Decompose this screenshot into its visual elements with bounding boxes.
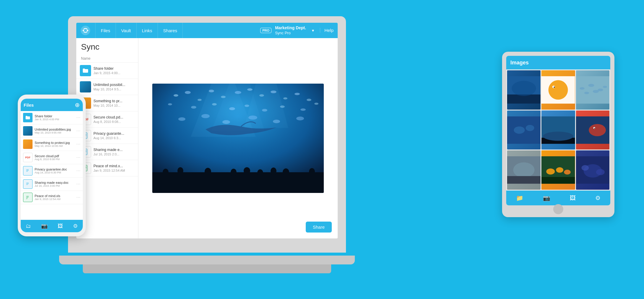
list-item[interactable]: PDF Secure cloud.pdf Aug 8, 2010 8:08 PM… xyxy=(21,151,83,164)
file-info: Peace of mind.xls Jan 9, 2015 12:54 AM xyxy=(35,194,74,201)
photos-icon[interactable]: 🖼 xyxy=(58,223,63,229)
image-thumb xyxy=(23,139,33,149)
svg-point-124 xyxy=(596,169,605,176)
svg-point-34 xyxy=(168,103,172,105)
svg-point-56 xyxy=(205,168,211,176)
pdf-thumb: PDF xyxy=(23,153,33,162)
tablet-home-button[interactable] xyxy=(553,204,563,214)
help-link[interactable]: Help xyxy=(320,28,334,33)
svg-point-35 xyxy=(191,106,196,109)
chevron-down-icon[interactable]: ▾ xyxy=(312,28,314,33)
grid-image-6[interactable] xyxy=(576,110,609,150)
grid-image-2[interactable] xyxy=(541,70,575,110)
file-name: Unlimited possibilities.jpg xyxy=(35,128,74,131)
camera-icon[interactable]: 📷 xyxy=(543,194,550,202)
list-item[interactable]: Sharing made easy.doc Jul 16, 2015 3:00 … xyxy=(21,178,83,191)
file-name: Share folder xyxy=(93,66,135,71)
grid-image-3[interactable] xyxy=(576,70,609,110)
settings-icon[interactable]: ⚙ xyxy=(595,194,601,202)
svg-point-44 xyxy=(201,114,210,118)
camera-icon[interactable]: 📷 xyxy=(41,223,48,229)
files-icon[interactable]: 🗂 xyxy=(26,223,31,229)
more-icon[interactable]: ⋯ xyxy=(76,155,80,160)
grid-image-1[interactable] xyxy=(507,70,541,110)
svg-point-105 xyxy=(526,125,534,131)
nav-files[interactable]: Files xyxy=(95,23,116,38)
svg-point-72 xyxy=(309,168,315,175)
svg-point-24 xyxy=(198,99,202,101)
file-info: Sharing made easy.doc Jul 16, 2015 3:00 … xyxy=(35,181,74,187)
file-name: Secure cloud.pd... xyxy=(93,115,135,119)
svg-point-104 xyxy=(514,126,525,134)
share-button[interactable]: Share xyxy=(306,222,332,233)
file-info: Something to pr... May 10, 2014 10... xyxy=(93,99,135,107)
file-info: Share folder Jan 9, 2015 4:00 PM xyxy=(35,114,74,121)
nav-shares[interactable]: Shares xyxy=(158,23,183,38)
phone-add-button[interactable]: ⊕ xyxy=(75,101,80,108)
file-date: Jan 9, 2015 4:00 PM xyxy=(35,118,74,121)
settings-icon[interactable]: ⚙ xyxy=(73,223,78,229)
table-row[interactable]: Unlimited possibil... May 10, 2014 9:5..… xyxy=(76,79,138,95)
svg-point-1 xyxy=(83,30,84,31)
svg-point-108 xyxy=(543,131,573,141)
nav-links: Files Vault Links Shares xyxy=(95,23,260,38)
file-info: Secure cloud.pd... Aug 8, 2010 8:08... xyxy=(93,115,135,124)
grid-image-7[interactable] xyxy=(507,150,541,190)
more-icon[interactable]: ⋯ xyxy=(76,142,80,147)
file-date: May 10, 2014 10:00 AM xyxy=(35,144,74,147)
svg-point-98 xyxy=(588,84,594,87)
file-info: Privacy guarante... Aug 14, 2010 6:3... xyxy=(93,131,135,140)
table-row[interactable]: Share folder Jan 9, 2015 4:00... xyxy=(76,63,138,79)
image-thumb xyxy=(80,81,91,92)
svg-point-36 xyxy=(212,103,217,105)
svg-point-66 xyxy=(271,168,276,175)
svg-point-112 xyxy=(594,128,595,129)
file-name: Peace of mind.xls xyxy=(35,194,74,198)
svg-rect-69 xyxy=(284,176,288,184)
svg-point-123 xyxy=(581,165,589,171)
more-icon[interactable]: ⋯ xyxy=(76,168,80,173)
more-icon[interactable]: ⋯ xyxy=(76,115,80,120)
nav-vault[interactable]: Vault xyxy=(116,23,137,38)
svg-point-38 xyxy=(245,105,249,107)
list-item[interactable]: Share folder Jan 9, 2015 4:00 PM ⋯ xyxy=(21,111,83,124)
file-date: Jul 16, 2015 2:0... xyxy=(93,152,135,156)
phone-screen: Files ⊕ Share folder Jan 9, 2015 4:00 PM… xyxy=(21,99,83,232)
aquarium-bg xyxy=(152,84,324,193)
doc-thumb xyxy=(23,166,33,176)
more-icon[interactable]: ⋯ xyxy=(76,129,80,133)
list-item[interactable]: Something to protect.jpg May 10, 2014 10… xyxy=(21,138,83,151)
nav-links-item[interactable]: Links xyxy=(137,23,158,38)
file-info: Privacy guarantee.doc Aug 14, 2010 6:30 … xyxy=(35,168,74,174)
folder-thumb xyxy=(23,113,33,122)
file-info: Secure cloud.pdf Aug 8, 2010 8:08 PM xyxy=(35,154,74,161)
svg-point-68 xyxy=(283,168,289,176)
grid-image-9[interactable] xyxy=(576,150,609,190)
grid-image-4[interactable] xyxy=(507,110,541,150)
svg-rect-57 xyxy=(206,176,210,184)
svg-point-100 xyxy=(603,86,607,88)
file-info: Unlimited possibilities.jpg May 10, 2014… xyxy=(35,128,74,134)
svg-rect-55 xyxy=(192,179,195,185)
folder-icon[interactable]: 📁 xyxy=(516,194,523,202)
col-header-name: Name xyxy=(76,55,138,63)
list-item[interactable]: Unlimited possibilities.jpg May 10, 2014… xyxy=(21,124,83,138)
account-info: Marketing Dept. Sync Pro xyxy=(275,25,306,35)
list-item[interactable]: Privacy guarantee.doc Aug 14, 2010 6:30 … xyxy=(21,164,83,178)
photos-icon[interactable]: 🖼 xyxy=(570,195,576,202)
list-item[interactable]: Peace of mind.xls Jan 9, 2015 12:54 AM ⋯ xyxy=(21,191,83,204)
page-title: Sync xyxy=(76,38,138,55)
more-icon[interactable]: ⋯ xyxy=(76,182,80,186)
svg-point-114 xyxy=(513,162,535,178)
svg-point-52 xyxy=(177,167,183,174)
svg-point-27 xyxy=(235,91,241,94)
grid-image-8[interactable] xyxy=(541,150,575,190)
file-date: Aug 14, 2010 6:3... xyxy=(93,136,135,140)
file-name: Privacy guarante... xyxy=(93,131,135,136)
svg-point-46 xyxy=(248,116,257,120)
svg-point-32 xyxy=(295,93,300,95)
more-icon[interactable]: ⋯ xyxy=(76,195,80,200)
svg-point-28 xyxy=(247,88,253,91)
grid-image-5[interactable] xyxy=(541,110,575,150)
file-name: Secure cloud.pdf xyxy=(35,154,74,158)
